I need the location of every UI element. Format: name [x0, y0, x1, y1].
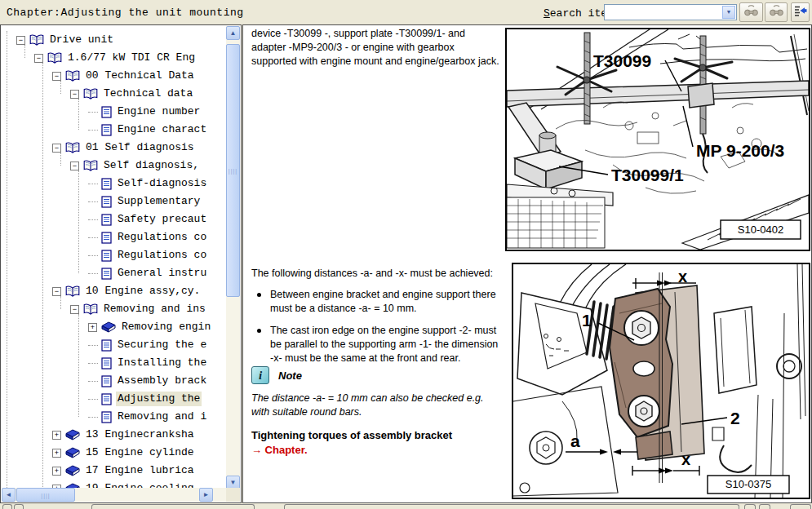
tree-item-label[interactable]: 00 Technical Data [84, 69, 196, 83]
document-icon [101, 214, 112, 226]
expand-icon[interactable]: + [52, 467, 61, 476]
collapse-icon[interactable]: − [70, 162, 79, 170]
collapse-icon[interactable]: − [52, 72, 61, 81]
tree-item[interactable]: Assembly brack [2, 372, 227, 390]
scrollbar-thumb[interactable]: |||| [226, 44, 240, 297]
scrollbar-thumb[interactable]: |||| [16, 488, 75, 502]
tree-item[interactable]: Engine charact [2, 121, 227, 139]
scroll-left-button[interactable]: ◄ [2, 488, 16, 502]
tree: −Drive unit−1.6/77 kW TDI CR Eng−00 Tech… [2, 26, 227, 489]
tree-item[interactable]: +17 Engine lubrica [2, 462, 227, 480]
tree-item[interactable]: General instru [2, 264, 227, 282]
bottom-tab-fragment[interactable] [790, 504, 811, 509]
tree-item-label[interactable]: Drive unit [48, 33, 115, 47]
tree-item-label[interactable]: 01 Self diagnosis [84, 140, 196, 155]
tree-item[interactable]: −10 Engine assy,cy. [2, 282, 227, 300]
book-open-icon [83, 88, 98, 100]
book-closed-icon [65, 447, 80, 458]
tree-item[interactable]: Regulations co [2, 228, 227, 246]
tree-vertical-scrollbar[interactable]: ▲ |||| ▼ [226, 26, 240, 489]
tree-item[interactable]: −Removing and ins [2, 300, 227, 318]
tree-item[interactable]: Supplementary [2, 193, 227, 210]
tree-item-label[interactable]: Securing the e [116, 338, 208, 352]
tree-item-label[interactable]: Regulations co [116, 230, 208, 245]
tree-item-label[interactable]: 1.6/77 kW TDI CR Eng [66, 51, 197, 65]
search-input[interactable] [606, 6, 723, 19]
book-open-icon [65, 142, 80, 154]
tree-item[interactable]: −01 Self diagnosis [2, 139, 227, 157]
tree-item[interactable]: Securing the e [2, 336, 227, 354]
tree-item-label[interactable]: Installing the [116, 356, 208, 370]
tree-item[interactable]: Adjusting the [2, 390, 227, 408]
page-title: Chapter:Adjusting the unit mounting [7, 7, 244, 19]
tree-item-label[interactable]: Supplementary [116, 194, 202, 209]
tree-item[interactable]: +13 Enginecranksha [2, 426, 227, 444]
scroll-up-button[interactable]: ▲ [226, 26, 240, 40]
tree-item[interactable]: Installing the [2, 354, 227, 372]
tree-item-label[interactable]: 13 Enginecranksha [84, 427, 196, 442]
tree-item-label[interactable]: Removing and i [116, 409, 208, 424]
collapse-icon[interactable]: − [16, 36, 25, 45]
figure-id-badge: S10-0402 [738, 224, 783, 236]
tree-item[interactable]: −Drive unit [2, 31, 227, 49]
figure-bracket-art: x 1 2 a x S10-0375 [513, 264, 809, 498]
tree-item-label[interactable]: General instru [116, 266, 208, 281]
tree-item-label[interactable]: Engine charact [116, 122, 208, 137]
collapse-icon[interactable]: − [70, 90, 79, 99]
tree-item-label[interactable]: Engine number [116, 104, 202, 119]
tree-item[interactable]: −00 Technical Data [2, 67, 227, 85]
tree-item[interactable]: Regulations co [2, 246, 227, 264]
expand-icon[interactable]: + [52, 431, 61, 440]
tree-item[interactable]: −1.6/77 kW TDI CR Eng [2, 49, 227, 67]
tree-item-label[interactable]: Assembly brack [116, 374, 208, 388]
tree-item[interactable]: +Removing engin [2, 318, 227, 336]
bottom-tab-fragment[interactable] [759, 504, 770, 509]
collapse-icon[interactable]: − [70, 305, 79, 314]
note-label: Note [278, 370, 302, 382]
tree-item[interactable]: −Technical data [2, 85, 227, 103]
tree-item-label[interactable]: Self-diagnosis [116, 176, 208, 191]
tree-item[interactable]: −Self diagnosis, [2, 157, 227, 175]
tree-item-label[interactable]: Removing engin [120, 320, 212, 334]
bottom-tab-fragment[interactable] [284, 504, 739, 509]
book-open-icon [65, 70, 80, 82]
toc-list-button[interactable] [791, 2, 810, 22]
bottom-tab-fragment[interactable] [2, 504, 12, 509]
tree-item-label[interactable]: 10 Engine assy,cy. [84, 284, 202, 299]
tree-item[interactable]: Self-diagnosis [2, 175, 227, 193]
tree-item-label[interactable]: Regulations co [116, 248, 208, 263]
tree-item-label[interactable]: Self diagnosis, [102, 158, 201, 173]
tree-item[interactable]: Safety precaut [2, 210, 227, 228]
tree-horizontal-scrollbar[interactable]: ◄ |||| ► [2, 488, 228, 502]
search-combobox[interactable]: ▼ [604, 4, 737, 20]
chevron-down-icon[interactable]: ▼ [722, 6, 735, 19]
torque-heading: Tightening torques of assembly bracket [251, 428, 452, 442]
collapse-icon[interactable]: − [52, 144, 61, 153]
tree-item-label[interactable]: Removing and ins [102, 302, 207, 316]
collapse-icon[interactable]: − [34, 54, 43, 63]
document-content-panel: device -T30099 -, support plate -T30099/… [242, 24, 812, 503]
tree-connector [88, 273, 98, 274]
chapter-link[interactable]: → Chapter. [251, 443, 308, 457]
collapse-icon[interactable]: − [52, 287, 61, 296]
scroll-right-button[interactable]: ► [199, 488, 213, 502]
tree-item-label[interactable]: Technical data [102, 86, 194, 101]
tree-item-label[interactable]: Safety precaut [116, 212, 208, 227]
search-next-button[interactable] [739, 2, 763, 22]
tree-item[interactable]: Removing and i [2, 408, 227, 426]
tree-item-label[interactable]: 17 Engine lubrica [84, 463, 196, 478]
tree-item-label[interactable]: Adjusting the [116, 392, 202, 406]
search-previous-button[interactable] [765, 2, 788, 22]
tree-item[interactable]: +15 Engine cylinde [2, 444, 227, 462]
tree-connector [88, 255, 98, 256]
bottom-tab-fragment[interactable] [91, 504, 255, 509]
expand-icon[interactable]: + [88, 323, 97, 332]
book-open-icon [65, 285, 80, 298]
tree-item[interactable]: Engine number [2, 103, 227, 121]
distance-requirements-list: Between engine bracket and engine suppor… [251, 288, 503, 374]
book-closed-icon [65, 429, 80, 440]
tree-item-label[interactable]: 15 Engine cylinde [84, 445, 196, 460]
bottom-tab-fragment[interactable] [744, 504, 756, 509]
expand-icon[interactable]: + [52, 449, 61, 458]
bottom-tab-fragment[interactable] [14, 504, 24, 509]
